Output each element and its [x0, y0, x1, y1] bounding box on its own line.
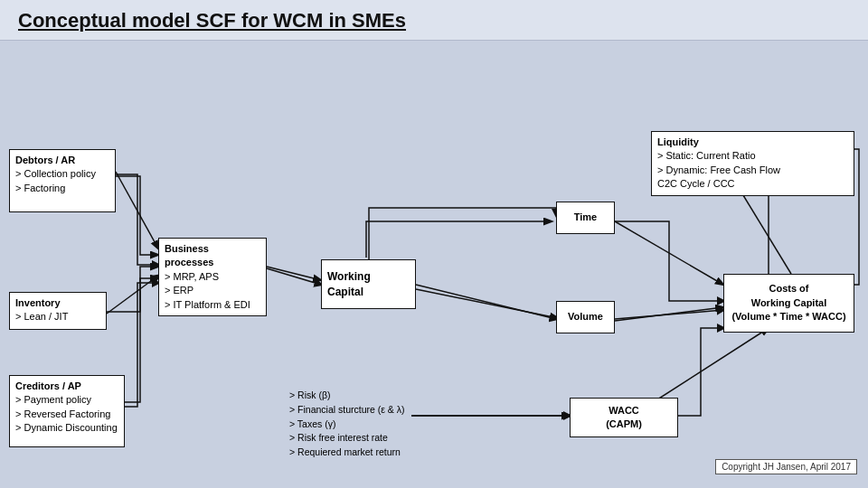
wacc-line-2: (CAPM)	[606, 418, 642, 431]
debtors-box: Debtors / AR > Collection policy > Facto…	[9, 149, 116, 212]
svg-line-4	[615, 307, 723, 321]
business-processes-box: Business processes > MRP, APS > ERP > IT…	[158, 238, 267, 316]
liq-line-3: > Dynamic: Free Cash Flow	[657, 164, 848, 177]
liquidity-box: Liquidity > Static: Current Ratio > Dyna…	[651, 131, 854, 196]
creditors-line-2: > Payment policy	[15, 393, 118, 407]
arrows-svg	[0, 41, 868, 482]
liq-line-2: > Static: Current Ratio	[657, 149, 848, 163]
inventory-line-2: > Lean / JIT	[15, 310, 100, 324]
costs-line-1: Costs of	[731, 282, 845, 296]
arrows-svg-2	[0, 41, 868, 482]
wacc-f-1: > Risk (β)	[289, 389, 405, 403]
svg-line-12	[615, 310, 723, 319]
creditors-box: Creditors / AP > Payment policy > Revers…	[9, 375, 125, 447]
diagram-area: Debtors / AR > Collection policy > Facto…	[0, 41, 868, 482]
volume-box: Volume	[556, 301, 615, 333]
liq-line-1: Liquidity	[657, 136, 848, 149]
debtors-line-2: > Collection policy	[15, 167, 109, 181]
wacc-f-5: > Requiered market return	[289, 446, 405, 460]
svg-line-3	[615, 221, 723, 285]
bp-line-4: > IT Platform & EDI	[165, 298, 260, 312]
costs-line-2: Working Capital	[731, 296, 845, 310]
costs-line-3: (Volume * Time * WACC)	[731, 310, 845, 324]
time-box: Time	[556, 202, 615, 234]
svg-line-0	[116, 172, 158, 249]
volume-label: Volume	[568, 310, 603, 324]
creditors-line-4: > Dynamic Discounting	[15, 421, 118, 435]
title-bar: Conceptual model SCF for WCM in SMEs	[0, 0, 868, 41]
svg-line-9	[107, 276, 158, 314]
wacc-line-1: WACC	[606, 404, 642, 418]
time-label: Time	[574, 211, 597, 224]
svg-line-2	[416, 289, 558, 318]
svg-line-10	[267, 268, 321, 285]
bp-line-2: > MRP, APS	[165, 270, 260, 284]
bp-line-3: > ERP	[165, 284, 260, 297]
inventory-box: Inventory > Lean / JIT	[9, 292, 107, 330]
working-capital-box: Working Capital	[321, 259, 416, 309]
liq-line-4: C2C Cycle / CCC	[657, 177, 848, 191]
bp-line-1: Business processes	[165, 242, 260, 270]
wacc-f-4: > Risk free interest rate	[289, 431, 405, 446]
copyright: Copyright JH Jansen, April 2017	[715, 459, 857, 474]
debtors-line-3: > Factoring	[15, 182, 109, 195]
costs-box: Costs of Working Capital (Volume * Time …	[723, 274, 854, 333]
creditors-line-3: > Reversed Factoring	[15, 408, 118, 421]
wacc-factors-box: > Risk (β) > Financial sturcture (ε & λ)…	[289, 389, 405, 460]
page-title: Conceptual model SCF for WCM in SMEs	[18, 9, 406, 32]
creditors-line-1: Creditors / AP	[15, 380, 118, 393]
wacc-f-2: > Financial sturcture (ε & λ)	[289, 403, 405, 418]
svg-line-1	[267, 267, 321, 280]
debtors-line-1: Debtors / AR	[15, 154, 109, 167]
wc-label: Working Capital	[327, 269, 410, 300]
svg-line-11	[416, 285, 556, 319]
wacc-box: WACC (CAPM)	[570, 398, 678, 437]
main-container: Conceptual model SCF for WCM in SMEs	[0, 0, 868, 488]
inventory-line-1: Inventory	[15, 296, 100, 310]
wacc-f-3: > Taxes (γ)	[289, 418, 405, 432]
